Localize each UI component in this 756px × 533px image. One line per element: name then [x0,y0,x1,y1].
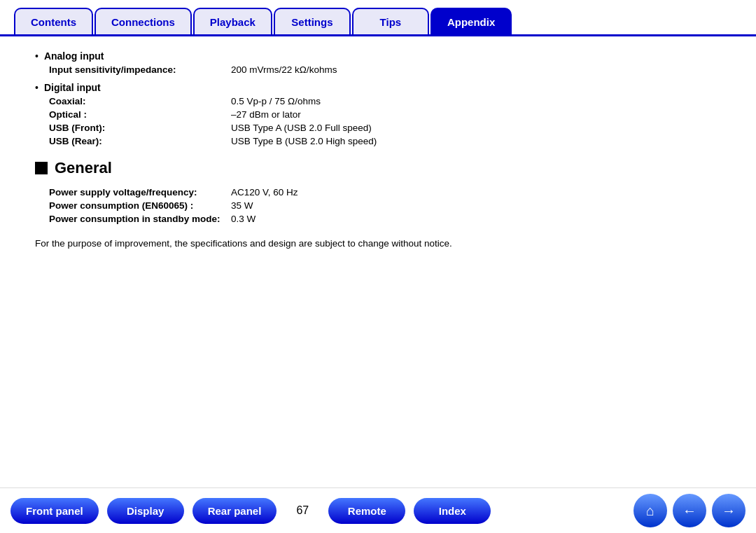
input-sensitivity-value: 200 mVrms/22 kΩ/kohms [231,64,337,75]
input-sensitivity-row: Input sensitivity/impedance: 200 mVrms/2… [35,64,721,75]
tab-contents[interactable]: Contents [14,8,93,34]
general-heading-text: General [55,159,112,177]
coaxial-row: Coaxial: 0.5 Vp-p / 75 Ω/ohms [35,96,721,106]
power-standby-label: Power consumption in standby mode: [49,214,231,224]
tab-playback[interactable]: Playback [193,8,272,34]
digital-input-section: • Digital input Coaxial: 0.5 Vp-p / 75 Ω… [35,82,721,146]
usb-front-row: USB (Front): USB Type A (USB 2.0 Full sp… [35,123,721,133]
usb-front-value: USB Type A (USB 2.0 Full speed) [231,123,372,133]
power-supply-label: Power supply voltage/frequency: [49,187,231,198]
tab-settings[interactable]: Settings [274,8,351,34]
heading-square-icon [35,162,48,174]
power-standby-row: Power consumption in standby mode: 0.3 W [35,214,721,224]
display-button[interactable]: Display [107,498,184,524]
tab-connections[interactable]: Connections [94,8,192,34]
page-number-area: 67 [285,504,320,517]
general-specs-section: Power supply voltage/frequency: AC120 V,… [35,187,721,224]
analog-input-label: Analog input [44,50,104,62]
power-supply-value: AC120 V, 60 Hz [231,187,298,198]
tab-tips[interactable]: Tips [352,8,429,34]
input-sensitivity-label: Input sensitivity/impedance: [49,64,231,75]
power-consumption-row: Power consumption (EN60065) : 35 W [35,200,721,211]
bottom-nav-left: Front panel Display Rear panel [10,498,276,524]
home-button[interactable]: ⌂ [634,494,667,527]
power-consumption-label: Power consumption (EN60065) : [49,200,231,211]
back-arrow-icon: ← [682,503,696,519]
optical-label: Optical : [49,109,231,120]
remote-button[interactable]: Remote [328,498,405,524]
rear-panel-button[interactable]: Rear panel [192,498,277,524]
tab-appendix[interactable]: Appendix [430,8,512,34]
forward-button[interactable]: → [712,494,746,527]
page-number: 67 [296,504,309,517]
analog-input-section: • Analog input Input sensitivity/impedan… [35,50,721,75]
bullet-digital: • [35,82,38,93]
notice-text: For the purpose of improvement, the spec… [35,238,721,249]
bottom-navigation: Front panel Display Rear panel 67 Remote… [0,487,756,533]
optical-row: Optical : –27 dBm or lator [35,109,721,120]
power-consumption-value: 35 W [231,200,253,211]
forward-arrow-icon: → [722,503,736,519]
back-button[interactable]: ← [673,494,706,527]
index-button[interactable]: Index [414,498,491,524]
usb-rear-label: USB (Rear): [49,136,231,146]
home-icon: ⌂ [646,503,654,519]
digital-input-label: Digital input [44,82,101,93]
usb-rear-row: USB (Rear): USB Type B (USB 2.0 High spe… [35,136,721,146]
general-section-heading: General [35,159,721,177]
front-panel-button[interactable]: Front panel [10,498,99,524]
main-content: • Analog input Input sensitivity/impedan… [0,36,756,487]
power-standby-value: 0.3 W [231,214,255,224]
coaxial-value: 0.5 Vp-p / 75 Ω/ohms [231,96,321,106]
optical-value: –27 dBm or lator [231,109,301,120]
bullet-analog: • [35,50,38,62]
top-navigation: Contents Connections Playback Settings T… [0,0,756,36]
power-supply-row: Power supply voltage/frequency: AC120 V,… [35,187,721,198]
usb-front-label: USB (Front): [49,123,231,133]
coaxial-label: Coaxial: [49,96,231,106]
usb-rear-value: USB Type B (USB 2.0 High speed) [231,136,377,146]
bottom-nav-right: ⌂ ← → [634,494,746,527]
